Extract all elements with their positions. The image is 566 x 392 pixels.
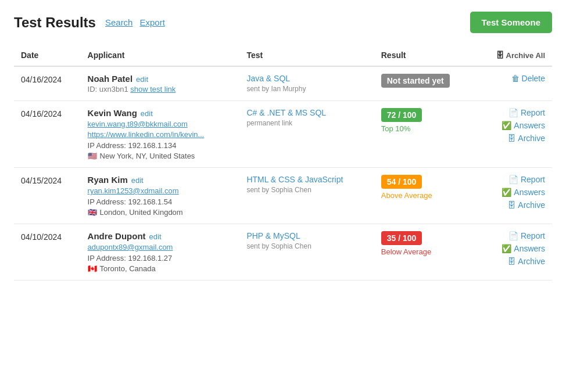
- result-badge: 35 / 100: [381, 231, 422, 245]
- action-archive-link[interactable]: 🗄Archive: [482, 200, 545, 210]
- action-archive-link[interactable]: 🗄Archive: [482, 257, 545, 266]
- applicant-edit-link[interactable]: edit: [131, 176, 144, 185]
- table-row-result: 54 / 100Above Average: [374, 168, 475, 224]
- archive-icon: 🗄: [507, 200, 515, 210]
- table-row-applicant: Andre Duponteditadupontx89@gxmail.comIP …: [81, 224, 240, 280]
- page-title: Test Results: [14, 15, 96, 31]
- table-row-applicant: Noah PateleditID: uxn3bn1 show test link: [81, 66, 240, 101]
- result-badge: 54 / 100: [381, 175, 422, 189]
- applicant-location: 🇬🇧London, United Kingdom: [88, 208, 233, 217]
- test-sent: sent by Sophia Chen: [246, 186, 367, 194]
- col-applicant: Applicant: [81, 45, 240, 66]
- test-sent: sent by Sophia Chen: [246, 242, 367, 250]
- applicant-edit-link[interactable]: edit: [149, 232, 162, 241]
- table-row-applicant: Ryan Kimeditryan.kim1253@xdmail.comIP Ad…: [81, 168, 240, 224]
- trash-icon: 🗑: [511, 74, 520, 83]
- applicant-name: Ryan Kim: [88, 175, 128, 185]
- results-table: Date Applicant Test Result 🗄 Archive All…: [14, 45, 552, 280]
- action-answers-link[interactable]: ✅Answers: [482, 244, 545, 253]
- circle-check-icon: ✅: [501, 244, 511, 253]
- action-report-link[interactable]: 📄Report: [482, 231, 545, 240]
- file-icon: 📄: [508, 231, 518, 240]
- table-row-date: 04/16/2024: [14, 66, 81, 101]
- table-row-test: C# & .NET & MS SQLpermanent link: [239, 101, 374, 168]
- applicant-email[interactable]: ryan.kim1253@xdmail.com: [88, 186, 233, 195]
- table-row-actions: 📄Report✅Answers🗄Archive: [475, 168, 552, 224]
- action-answers-link[interactable]: ✅Answers: [482, 188, 545, 197]
- circle-check-icon: ✅: [501, 121, 511, 130]
- applicant-linkedin[interactable]: https://www.linkedin.com/in/kevin...: [88, 130, 233, 139]
- applicant-edit-link[interactable]: edit: [141, 109, 153, 118]
- test-name-link[interactable]: PHP & MySQL: [246, 231, 300, 240]
- applicant-ip: IP Address: 192.168.1.27: [88, 254, 233, 262]
- search-link[interactable]: Search: [105, 17, 133, 27]
- result-label: Below Average: [381, 247, 468, 256]
- table-row-test: Java & SQLsent by Ian Murphy: [239, 66, 374, 101]
- test-name-link[interactable]: C# & .NET & MS SQL: [246, 108, 326, 117]
- action-report-link[interactable]: 📄Report: [482, 175, 545, 184]
- table-row-date: 04/10/2024: [14, 224, 81, 280]
- page-header: Test Results Search Export Test Someone: [14, 12, 552, 33]
- applicant-ip: IP Address: 192.168.1.54: [88, 197, 233, 206]
- test-name-link[interactable]: Java & SQL: [246, 74, 290, 83]
- result-label: Top 10%: [381, 124, 468, 133]
- table-row-test: HTML & CSS & JavaScriptsent by Sophia Ch…: [239, 168, 374, 224]
- test-sent: sent by Ian Murphy: [246, 85, 367, 93]
- file-icon: 📄: [508, 108, 518, 117]
- result-badge: Not started yet: [381, 74, 450, 88]
- flag-icon: 🇨🇦: [88, 264, 97, 273]
- action-delete-link[interactable]: 🗑Delete: [482, 74, 545, 83]
- archive-all-link[interactable]: Archive All: [506, 51, 545, 60]
- table-row-result: Not started yet: [374, 66, 475, 101]
- test-someone-button[interactable]: Test Someone: [470, 12, 552, 33]
- export-link[interactable]: Export: [139, 17, 164, 27]
- file-icon: 📄: [508, 175, 518, 184]
- show-test-link[interactable]: show test link: [130, 85, 175, 93]
- applicant-ip: IP Address: 192.168.1.134: [88, 141, 233, 150]
- action-answers-link[interactable]: ✅Answers: [482, 121, 545, 130]
- table-row-result: 35 / 100Below Average: [374, 224, 475, 280]
- table-row-test: PHP & MySQLsent by Sophia Chen: [239, 224, 374, 280]
- applicant-location: 🇨🇦Toronto, Canada: [88, 264, 233, 273]
- col-archive-all: 🗄 Archive All: [475, 45, 552, 66]
- action-report-link[interactable]: 📄Report: [482, 108, 545, 117]
- applicant-name: Kevin Wang: [88, 108, 137, 118]
- archive-icon: 🗄: [496, 51, 504, 60]
- applicant-email[interactable]: adupontx89@gxmail.com: [88, 243, 233, 251]
- circle-check-icon: ✅: [501, 188, 511, 197]
- table-row-date: 04/16/2024: [14, 101, 81, 168]
- applicant-name: Noah Patel: [88, 74, 133, 84]
- test-name-link[interactable]: HTML & CSS & JavaScript: [246, 175, 343, 184]
- col-date: Date: [14, 45, 81, 66]
- flag-icon: 🇺🇸: [88, 152, 97, 160]
- table-row-actions: 📄Report✅Answers🗄Archive: [475, 101, 552, 168]
- table-row-date: 04/15/2024: [14, 168, 81, 224]
- table-row-actions: 🗑Delete: [475, 66, 552, 101]
- table-row-applicant: Kevin Wangeditkevin.wang.t89@bkkmail.com…: [81, 101, 240, 168]
- flag-icon: 🇬🇧: [88, 208, 97, 217]
- applicant-id: ID: uxn3bn1 show test link: [88, 85, 233, 93]
- table-row-result: 72 / 100Top 10%: [374, 101, 475, 168]
- applicant-location: 🇺🇸New York, NY, United States: [88, 152, 233, 160]
- result-label: Above Average: [381, 191, 468, 200]
- test-sent: permanent link: [246, 119, 367, 127]
- col-result: Result: [374, 45, 475, 66]
- archive-icon: 🗄: [507, 257, 515, 266]
- archive-icon: 🗄: [507, 134, 515, 143]
- applicant-name: Andre Dupont: [88, 231, 146, 241]
- table-row-actions: 📄Report✅Answers🗄Archive: [475, 224, 552, 280]
- applicant-edit-link[interactable]: edit: [136, 75, 148, 84]
- result-badge: 72 / 100: [381, 108, 422, 122]
- action-archive-link[interactable]: 🗄Archive: [482, 134, 545, 143]
- col-test: Test: [239, 45, 374, 66]
- applicant-email[interactable]: kevin.wang.t89@bkkmail.com: [88, 120, 233, 128]
